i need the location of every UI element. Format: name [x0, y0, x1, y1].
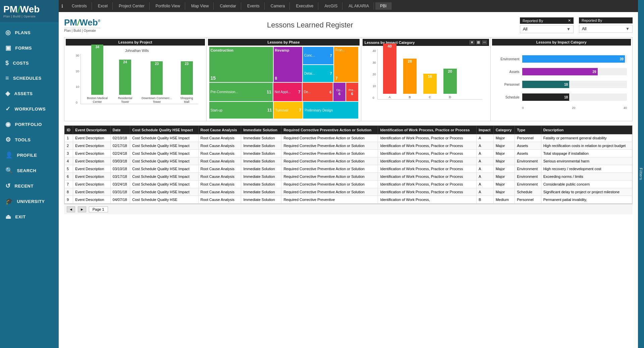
- h-bar-schedule: Schedule 18: [496, 93, 627, 101]
- prev-page-button[interactable]: ◄: [67, 206, 75, 212]
- sidebar-item-assets[interactable]: ◈ ASSETS: [0, 86, 59, 101]
- tab-project-center[interactable]: Project Center: [114, 2, 150, 10]
- sidebar-item-label: EXIT: [15, 214, 26, 219]
- treemap-cell-preliminary[interactable]: Preliminary Design: [303, 102, 358, 119]
- sidebar-item-university[interactable]: 🎓 UNIVERSITY: [0, 194, 59, 209]
- sidebar-item-costs[interactable]: $ COSTS: [0, 56, 59, 71]
- tab-camera[interactable]: Camera: [266, 2, 290, 10]
- sidebar-item-label: UNIVERSITY: [17, 199, 45, 204]
- table-row[interactable]: 2 Event Description 02/17/18 Cost Schedu…: [65, 142, 632, 150]
- cell-date: 02/24/18: [110, 150, 130, 157]
- cell-id: 6: [65, 173, 73, 181]
- close-icon[interactable]: ✕: [568, 18, 571, 23]
- sidebar-item-label: TOOLS: [15, 137, 31, 142]
- tab-calendar[interactable]: Calendar: [215, 2, 241, 10]
- tools-icon: ⚙: [5, 136, 11, 143]
- treemap-cell-pre[interactable]: Pre... 6: [346, 83, 358, 101]
- sidebar-item-forms[interactable]: ▣ FORMS: [0, 40, 59, 56]
- treemap-cell-de[interactable]: De... 6: [303, 83, 333, 101]
- filter-select-1[interactable]: All ▼: [520, 25, 574, 33]
- cell-date: 03/03/18: [110, 157, 130, 165]
- sidebar-logo: PM/Web Plan | Build | Operate: [0, 0, 59, 22]
- treemap-cell-revamp[interactable]: Revamp 8: [274, 47, 302, 82]
- cell-root: Root Cause Analysis: [198, 165, 241, 173]
- tab-events[interactable]: Events: [243, 2, 265, 10]
- cell-required: Required Corrective Preventive Action or…: [281, 134, 378, 142]
- tab-portfolio-view[interactable]: Portfolio View: [151, 2, 185, 10]
- cell-date: 02/17/18: [110, 142, 130, 150]
- filter-select-2[interactable]: All ▼: [579, 25, 633, 33]
- bar-rect-4: 23: [181, 61, 193, 95]
- cell-root: Root Cause Analysis: [198, 181, 241, 188]
- table-row[interactable]: 3 Event Description 02/24/18 Cost Schedu…: [65, 150, 632, 157]
- cell-identification: Identification of Work Process, Practice…: [378, 134, 476, 142]
- table-row[interactable]: 7 Event Description 03/24/18 Cost Schedu…: [65, 181, 632, 188]
- treemap-cell-startup[interactable]: Start-up 11: [209, 102, 273, 119]
- cell-cost: Cost Schedule Quality HSE Impact: [130, 181, 198, 188]
- expand-icon[interactable]: ⊞: [476, 40, 481, 45]
- info-icon[interactable]: ℹ: [61, 3, 63, 9]
- treemap-cell-op[interactable]: Op... 6: [333, 83, 345, 101]
- sidebar-item-portfolio[interactable]: ◉ PORTFOLIO: [0, 117, 59, 132]
- cell-root: Root Cause Analysis: [198, 173, 241, 181]
- sidebar: PM/Web Plan | Build | Operate ◎ PLANS ▣ …: [0, 0, 59, 348]
- main-content: ℹ Controls Excel Project Center Portfoli…: [59, 0, 638, 348]
- content-area: PM/Web® Plan | Build | Operate Lessons L…: [59, 12, 638, 348]
- treemap-cell-turnover[interactable]: Turnover 7: [274, 102, 303, 119]
- tab-al-akaria[interactable]: AL AKARIA: [344, 2, 374, 10]
- cell-type: Personnel: [515, 134, 541, 142]
- sidebar-item-tools[interactable]: ⚙ TOOLS: [0, 132, 59, 147]
- tab-pbi[interactable]: PBI: [375, 2, 391, 10]
- sidebar-item-schedules[interactable]: ≡ SCHEDULES: [0, 71, 59, 86]
- cell-immediate: Immediate Solution: [241, 150, 281, 157]
- cell-event: Event Description: [73, 134, 111, 142]
- table-row[interactable]: 4 Event Description 03/03/18 Cost Schedu…: [65, 157, 632, 165]
- tab-arcgis[interactable]: ArcGIS: [320, 2, 342, 10]
- cell-identification: Identification of Work Process, Practice…: [378, 181, 476, 188]
- treemap-cell-precommission[interactable]: Pre-Commission... 11: [209, 83, 273, 101]
- cell-id: 5: [65, 165, 73, 173]
- filters-sidebar[interactable]: Filters: [638, 0, 644, 348]
- table-row[interactable]: 8 Event Description 03/31/18 Cost Schedu…: [65, 188, 632, 196]
- cell-date: 03/31/18: [110, 188, 130, 196]
- treemap-col-right-1: Conc... 7 Detai... 7: [303, 47, 333, 82]
- table-header-row: ID Event Description Date Cost Schedule …: [65, 126, 632, 134]
- h-bar-environment: Environment 39: [496, 55, 627, 63]
- treemap-cell-detai[interactable]: Detai... 7: [303, 65, 333, 82]
- tab-excel[interactable]: Excel: [93, 2, 113, 10]
- sidebar-item-plans[interactable]: ◎ PLANS: [0, 25, 59, 40]
- cell-category: Major: [493, 134, 515, 142]
- profile-icon: 👤: [5, 151, 13, 159]
- cell-root: Root Cause Analysis: [198, 150, 241, 157]
- cell-date: 03/10/18: [110, 165, 130, 173]
- table-row[interactable]: 5 Event Description 03/10/18 Cost Schedu…: [65, 165, 632, 173]
- bar-col-3: 23 Downtown Commerc... Tower: [139, 61, 175, 104]
- table-row[interactable]: 9 Event Description 04/07/18 Cost Schedu…: [65, 196, 632, 204]
- sidebar-item-exit[interactable]: ⏏ EXIT: [0, 209, 59, 224]
- treemap-cell-fron[interactable]: Fron... 7: [334, 47, 358, 82]
- tab-map-view[interactable]: Map View: [186, 2, 214, 10]
- table-row[interactable]: 6 Event Description 03/17/18 Cost Schedu…: [65, 173, 632, 181]
- treemap-cell-conc[interactable]: Conc... 7: [303, 47, 333, 64]
- cell-impact: A: [476, 181, 493, 188]
- more-icon[interactable]: ···: [482, 40, 487, 45]
- cell-event: Event Description: [73, 142, 111, 150]
- chevron-down-icon-2: ▼: [626, 26, 630, 31]
- table-row[interactable]: 1 Event Description 02/10/18 Cost Schedu…: [65, 134, 632, 142]
- sidebar-item-recent[interactable]: ↺ RECENT: [0, 178, 59, 194]
- sidebar-item-workflows[interactable]: ✓ WORKFLOWS: [0, 101, 59, 117]
- sidebar-item-profile[interactable]: 👤 PROFILE: [0, 147, 59, 163]
- chart-by-impact-h: Lessons by Impact Category Environment 3…: [491, 38, 633, 121]
- filter-icon[interactable]: ▼: [469, 40, 475, 45]
- cell-cost: Cost Schedule Quality HSE Impact: [130, 134, 198, 142]
- sidebar-item-search[interactable]: 🔍 SEARCH: [0, 163, 59, 178]
- chart-by-project: Lessons by Project Johnathan Wills 30201…: [64, 38, 207, 121]
- tab-controls[interactable]: Controls: [67, 2, 92, 10]
- cell-required: Required Corrective Preventive Action or…: [281, 165, 378, 173]
- next-page-button[interactable]: ►: [78, 206, 86, 212]
- treemap-cell-notappli[interactable]: Not Appli... 7: [273, 83, 302, 101]
- tab-executive[interactable]: Executive: [291, 2, 318, 10]
- bar-B: 28 B: [403, 59, 417, 99]
- schedules-icon: ≡: [5, 75, 9, 82]
- treemap-cell-construction[interactable]: Construction 15: [209, 47, 273, 82]
